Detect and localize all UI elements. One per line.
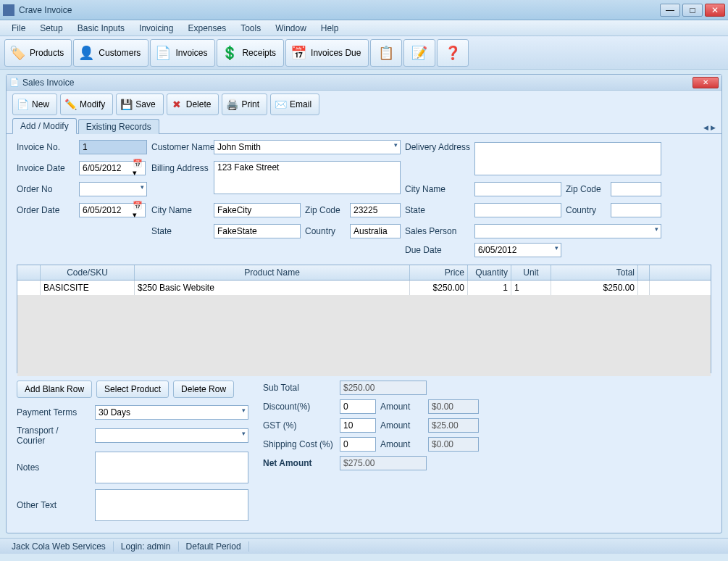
net-amount-value — [340, 456, 427, 470]
pencil-icon: ✏️ — [64, 98, 77, 111]
dcountry-label: Country — [566, 205, 606, 215]
tab-existing-records[interactable]: Existing Records — [78, 119, 159, 134]
state-input[interactable] — [214, 224, 301, 238]
menubar: File Setup Basic Inputs Invoicing Expens… — [0, 20, 728, 36]
tb-label: Customers — [99, 48, 141, 58]
sub-toolbar: 📄New ✏️Modify 💾Save ✖Delete 🖨️Print ✉️Em… — [7, 91, 721, 118]
tb-receipts[interactable]: 💲Receipts — [217, 39, 284, 67]
customer-name-select[interactable] — [214, 140, 401, 154]
zip-input[interactable] — [350, 203, 401, 217]
tabstrip: Add / Modify Existing Records ◀ ▶ — [7, 118, 721, 134]
delete-button[interactable]: ✖Delete — [167, 94, 219, 115]
cell-unit[interactable]: 1 — [511, 280, 551, 295]
gst-pct-input[interactable] — [340, 418, 376, 433]
email-icon: ✉️ — [274, 98, 287, 111]
row-selector-header — [17, 265, 41, 280]
tb-products[interactable]: 🏷️Products — [4, 39, 72, 67]
cell-code[interactable]: BASICSITE — [41, 280, 135, 295]
dcity-input[interactable] — [474, 182, 561, 196]
other-text-input[interactable] — [95, 489, 248, 521]
qty-header[interactable]: Quantity — [468, 265, 511, 280]
price-header[interactable]: Price — [410, 265, 468, 280]
billing-address-input[interactable] — [214, 161, 401, 194]
email-button[interactable]: ✉️Email — [270, 94, 319, 115]
menu-file[interactable]: File — [4, 21, 33, 36]
delete-icon: ✖ — [170, 98, 183, 111]
cell-total[interactable]: $250.00 — [551, 280, 638, 295]
form-icon: 📋 — [377, 43, 396, 62]
net-amount-label: Net Amount — [263, 458, 335, 468]
shipping-amount-value — [428, 437, 479, 452]
menu-tools[interactable]: Tools — [233, 21, 268, 36]
menu-help[interactable]: Help — [314, 21, 346, 36]
tab-add-modify[interactable]: Add / Modify — [12, 118, 77, 134]
dcountry-input[interactable] — [611, 203, 661, 217]
discount-amount-label: Amount — [380, 402, 424, 412]
modify-button[interactable]: ✏️Modify — [60, 94, 113, 115]
tab-nav-arrows[interactable]: ◀ ▶ — [703, 124, 716, 131]
help-icon: ❓ — [443, 43, 462, 62]
row-selector[interactable] — [17, 280, 41, 295]
add-row-button[interactable]: Add Blank Row — [17, 381, 92, 398]
new-icon: 📄 — [16, 98, 29, 111]
payment-terms-label: Payment Terms — [17, 407, 89, 417]
minimize-button[interactable]: — — [660, 4, 680, 17]
due-date-input[interactable] — [474, 243, 561, 257]
discount-pct-input[interactable] — [340, 399, 376, 414]
new-button[interactable]: 📄New — [12, 94, 57, 115]
close-button[interactable]: ✕ — [705, 4, 725, 17]
order-date-label: Order Date — [17, 205, 75, 215]
tb-help[interactable]: ❓ — [437, 39, 469, 67]
status-period: Default Period — [179, 541, 249, 552]
select-product-button[interactable]: Select Product — [96, 381, 169, 398]
order-date-input[interactable] — [79, 203, 146, 217]
maximize-button[interactable]: □ — [682, 4, 703, 17]
grid-empty-area — [17, 295, 711, 376]
menu-basic-inputs[interactable]: Basic Inputs — [70, 21, 132, 36]
person-icon: 👤 — [77, 43, 96, 62]
city-label: City Name — [151, 205, 209, 215]
dstate-input[interactable] — [474, 203, 561, 217]
delete-row-button[interactable]: Delete Row — [173, 381, 234, 398]
sales-person-select[interactable] — [474, 224, 661, 238]
menu-window[interactable]: Window — [268, 21, 314, 36]
discount-amount-value — [428, 399, 479, 414]
total-header[interactable]: Total — [551, 265, 638, 280]
dstate-label: State — [405, 205, 470, 215]
tb-edit[interactable]: 📝 — [403, 39, 435, 67]
cell-product[interactable]: $250 Basic Website — [135, 280, 410, 295]
menu-expenses[interactable]: Expenses — [180, 21, 233, 36]
dzip-label: Zip Code — [566, 184, 606, 194]
menu-invoicing[interactable]: Invoicing — [132, 21, 180, 36]
tb-form[interactable]: 📋 — [370, 39, 402, 67]
tb-customers[interactable]: 👤Customers — [73, 39, 148, 67]
tb-invoices-due[interactable]: 📅Invoices Due — [285, 39, 369, 67]
country-input[interactable] — [350, 224, 401, 238]
save-button[interactable]: 💾Save — [116, 94, 163, 115]
subwin-close-button[interactable]: ✕ — [693, 77, 719, 88]
order-no-select[interactable] — [79, 182, 147, 196]
tb-invoices[interactable]: 📄Invoices — [150, 39, 215, 67]
shipping-pct-input[interactable] — [340, 437, 376, 452]
form-icon: 📄 — [9, 78, 20, 88]
transport-select[interactable] — [95, 428, 248, 443]
cell-qty[interactable]: 1 — [468, 280, 511, 295]
dzip-input[interactable] — [611, 182, 661, 196]
invoice-no-input[interactable] — [79, 140, 147, 154]
product-header[interactable]: Product Name — [135, 265, 410, 280]
print-button[interactable]: 🖨️Print — [222, 94, 267, 115]
table-row[interactable]: BASICSITE $250 Basic Website $250.00 1 1… — [17, 280, 711, 295]
subtotal-label: Sub Total — [263, 383, 335, 393]
code-header[interactable]: Code/SKU — [41, 265, 135, 280]
subwin-title: Sales Invoice — [22, 78, 693, 88]
delivery-address-input[interactable] — [474, 142, 661, 175]
subtotal-value — [340, 381, 427, 395]
cell-price[interactable]: $250.00 — [410, 280, 468, 295]
payment-terms-select[interactable] — [95, 405, 248, 420]
invoice-date-input[interactable] — [79, 161, 146, 175]
delivery-address-label: Delivery Address — [405, 142, 470, 152]
unit-header[interactable]: Unit — [511, 265, 551, 280]
notes-input[interactable] — [95, 452, 248, 483]
city-input[interactable] — [214, 203, 301, 217]
menu-setup[interactable]: Setup — [33, 21, 70, 36]
